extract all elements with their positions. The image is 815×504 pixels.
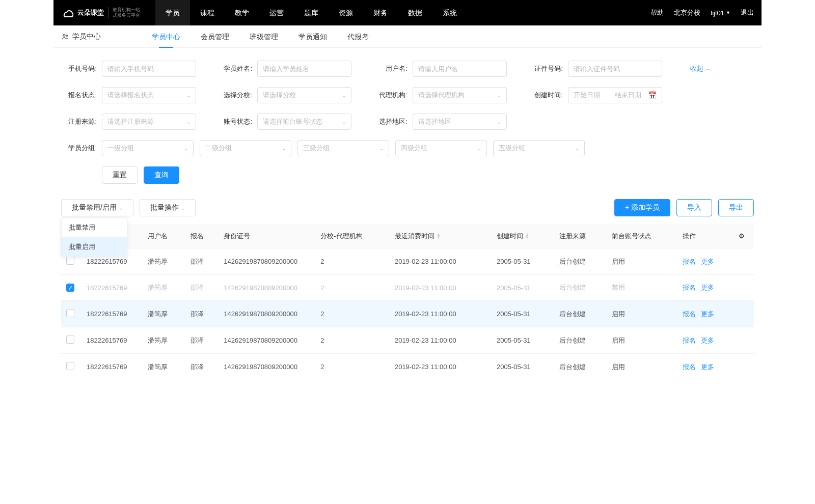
group-select[interactable]: 五级分组⌄ <box>493 140 585 156</box>
row-enroll-link[interactable]: 报名 <box>683 310 696 318</box>
cell-acct-status: 启用 <box>607 301 677 327</box>
subnav-item[interactable]: 学员中心 <box>152 25 180 48</box>
filter-group: 学员分组: 一级分组⌄二级分组⌄三级分组⌄四级分组⌄五级分组⌄ <box>61 140 585 156</box>
subnav-item[interactable]: 班级管理 <box>250 25 278 48</box>
query-button[interactable]: 查询 <box>144 166 179 184</box>
th-idnum: 身份证号 <box>219 224 315 248</box>
topnav-item[interactable]: 运营 <box>259 0 294 25</box>
topnav-item[interactable]: 课程 <box>190 0 225 25</box>
username-input[interactable] <box>413 61 507 77</box>
topnav-item[interactable]: 数据 <box>398 0 432 25</box>
cell-branch: 2 <box>315 248 390 275</box>
help-link[interactable]: 帮助 <box>650 8 664 17</box>
filter-username: 用户名: <box>372 61 507 77</box>
chevron-up-icon: ︿ <box>705 64 712 73</box>
group-select[interactable]: 三级分组⌄ <box>297 140 389 156</box>
group-select[interactable]: 四级分组⌄ <box>395 140 487 156</box>
row-more-link[interactable]: 更多 <box>701 363 714 371</box>
topnav-item[interactable]: 系统 <box>432 0 467 25</box>
gear-icon[interactable]: ⚙ <box>734 224 754 248</box>
subnav-item[interactable]: 学员通知 <box>298 25 327 48</box>
cell-enroll: 邵泽 <box>185 301 219 327</box>
row-enroll-link[interactable]: 报名 <box>683 284 696 291</box>
row-checkbox[interactable]: ✓ <box>66 284 74 292</box>
add-student-button[interactable]: + 添加学员 <box>614 199 670 216</box>
filter-branch: 选择分校: 请选择分校⌄ <box>216 87 351 103</box>
row-checkbox[interactable] <box>66 362 74 370</box>
logout-link[interactable]: 退出 <box>741 8 754 17</box>
row-enroll-link[interactable]: 报名 <box>683 337 696 344</box>
th-last-consume[interactable]: 最近消费时间▲▼ <box>390 224 492 248</box>
enroll-status-select[interactable]: 请选择报名状态⌄ <box>102 87 196 103</box>
chevron-down-icon: ⌄ <box>342 119 346 125</box>
row-checkbox[interactable] <box>66 257 74 265</box>
calendar-icon: 📅 <box>648 91 657 99</box>
group-select[interactable]: 一级分组⌄ <box>102 140 194 156</box>
table-row: 18222615769潘筠厚邵泽142629198708092000002201… <box>61 354 754 380</box>
top-nav: 云朵课堂 教育机构一站式服务云平台 学员课程教学运营题库资源财务数据系统 帮助 … <box>53 0 762 25</box>
cell-idnum: 14262919870809200000 <box>219 275 315 301</box>
row-checkbox[interactable] <box>66 309 74 317</box>
region-select[interactable]: 请选择地区⌄ <box>413 114 507 130</box>
cell-reg-source: 后台创建 <box>554 327 606 354</box>
idcard-input[interactable] <box>568 61 662 77</box>
cell-username: 潘筠厚 <box>143 248 185 275</box>
user-menu[interactable]: lijt01▼ <box>711 9 730 17</box>
row-more-link[interactable]: 更多 <box>701 258 714 265</box>
cell-idnum: 14262919870809200000 <box>219 248 315 275</box>
logo-text: 云朵课堂 <box>77 8 104 17</box>
subnav-item[interactable]: 代报考 <box>347 25 369 48</box>
topnav-item[interactable]: 题库 <box>294 0 329 25</box>
cell-create-time: 2005-05-31 <box>492 301 554 327</box>
th-create-time[interactable]: 创建时间▲▼ <box>492 224 554 248</box>
row-checkbox[interactable] <box>66 335 74 344</box>
cell-branch: 2 <box>315 275 390 301</box>
row-enroll-link[interactable]: 报名 <box>683 258 696 265</box>
table-row: 18222615769潘筠厚邵泽142629198708092000002201… <box>61 301 754 327</box>
dropdown-batch-enable[interactable]: 批量启用 <box>62 237 127 257</box>
row-more-link[interactable]: 更多 <box>701 310 714 318</box>
date-range-picker[interactable]: 开始日期 - 结束日期 📅 <box>568 87 662 103</box>
name-input[interactable] <box>257 61 351 77</box>
acct-status-select[interactable]: 请选择前台账号状态⌄ <box>257 114 351 130</box>
cell-phone: 18222615769 <box>82 275 143 301</box>
export-button[interactable]: 导出 <box>718 199 754 216</box>
agency-select[interactable]: 请选择代理机构⌄ <box>413 87 507 103</box>
svg-point-0 <box>63 34 65 36</box>
batch-ops-button[interactable]: 批量操作 ⌄ <box>140 199 196 216</box>
reg-source-select[interactable]: 请选择注册来源⌄ <box>102 114 196 130</box>
cell-enroll: 邵泽 <box>185 275 219 301</box>
phone-input[interactable] <box>102 61 196 77</box>
topnav-items: 学员课程教学运营题库资源财务数据系统 <box>155 0 467 25</box>
table-row: ✓18222615769潘筠厚邵泽14262919870809200000220… <box>61 275 754 301</box>
reset-button[interactable]: 重置 <box>102 166 138 184</box>
group-select[interactable]: 二级分组⌄ <box>200 140 291 156</box>
cell-acct-status: 禁用 <box>607 275 677 301</box>
row-enroll-link[interactable]: 报名 <box>683 363 696 371</box>
cell-branch: 2 <box>315 301 390 327</box>
filter-region: 选择地区: 请选择地区⌄ <box>372 114 507 130</box>
cell-last-consume: 2019-02-23 11:00:00 <box>390 354 492 380</box>
topnav-item[interactable]: 教学 <box>225 0 259 25</box>
topnav-item[interactable]: 学员 <box>155 0 190 25</box>
cell-phone: 18222615769 <box>82 301 143 327</box>
import-button[interactable]: 导入 <box>676 199 712 216</box>
cell-username: 潘筠厚 <box>143 354 185 380</box>
branch-select[interactable]: 请选择分校⌄ <box>257 87 351 103</box>
cell-last-consume: 2019-02-23 11:00:00 <box>390 301 492 327</box>
batch-toggle-button[interactable]: 批量禁用/启用 ⌄ <box>61 199 133 216</box>
toolbar: 批量禁用/启用 ⌄ 批量操作 ⌄ 批量禁用 批量启用 + 添加学员 导入 导出 <box>53 199 762 216</box>
topnav-item[interactable]: 资源 <box>329 0 363 25</box>
row-more-link[interactable]: 更多 <box>701 337 714 344</box>
subnav-item[interactable]: 会员管理 <box>201 25 229 48</box>
cell-enroll: 邵泽 <box>185 248 219 275</box>
topnav-item[interactable]: 财务 <box>363 0 398 25</box>
row-more-link[interactable]: 更多 <box>701 284 714 291</box>
collapse-toggle[interactable]: 收起 ︿ <box>690 64 712 73</box>
caret-down-icon: ▼ <box>726 10 730 15</box>
branch-link[interactable]: 北京分校 <box>674 8 700 17</box>
dropdown-batch-disable[interactable]: 批量禁用 <box>62 218 127 237</box>
chevron-down-icon: ⌄ <box>181 205 185 211</box>
cell-last-consume: 2019-02-23 11:00:00 <box>390 327 492 354</box>
cell-reg-source: 后台创建 <box>554 248 606 275</box>
